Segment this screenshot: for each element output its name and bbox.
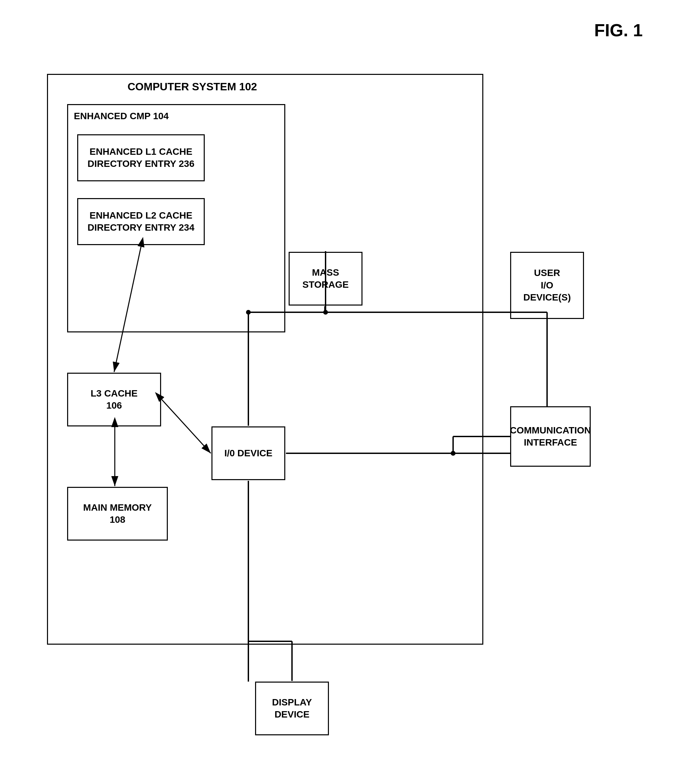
l2-cache-box: ENHANCED L2 CACHEDIRECTORY ENTRY 234 bbox=[77, 198, 205, 245]
l2-cache-label: ENHANCED L2 CACHEDIRECTORY ENTRY 234 bbox=[88, 209, 194, 234]
l1-cache-box: ENHANCED L1 CACHEDIRECTORY ENTRY 236 bbox=[77, 134, 205, 181]
user-io-box: USERI/ODEVICE(S) bbox=[510, 252, 584, 319]
main-memory-box: MAIN MEMORY108 bbox=[67, 487, 168, 541]
comm-interface-box: COMMUNICATIONINTERFACE bbox=[510, 406, 591, 467]
mass-storage-label: MASSSTORAGE bbox=[302, 267, 349, 291]
mass-storage-box: MASSSTORAGE bbox=[289, 252, 362, 305]
l3-cache-label: L3 CACHE106 bbox=[91, 387, 138, 412]
diagram: COMPUTER SYSTEM 102 ENHANCED CMP 104 ENH… bbox=[27, 54, 658, 759]
l3-cache-box: L3 CACHE106 bbox=[67, 373, 161, 426]
l1-cache-label: ENHANCED L1 CACHEDIRECTORY ENTRY 236 bbox=[88, 146, 194, 170]
user-io-label: USERI/ODEVICE(S) bbox=[523, 267, 571, 304]
display-device-box: DISPLAYDEVICE bbox=[255, 681, 329, 735]
io-device-label: I/0 DEVICE bbox=[224, 447, 272, 459]
comm-interface-label: COMMUNICATIONINTERFACE bbox=[510, 424, 591, 449]
figure-label: FIG. 1 bbox=[595, 20, 643, 40]
io-device-box: I/0 DEVICE bbox=[212, 426, 285, 480]
enhanced-cmp-label: ENHANCED CMP 104 bbox=[74, 111, 169, 122]
display-device-label: DISPLAYDEVICE bbox=[272, 696, 312, 721]
main-memory-label: MAIN MEMORY108 bbox=[83, 501, 152, 526]
computer-system-label: COMPUTER SYSTEM 102 bbox=[128, 80, 257, 93]
